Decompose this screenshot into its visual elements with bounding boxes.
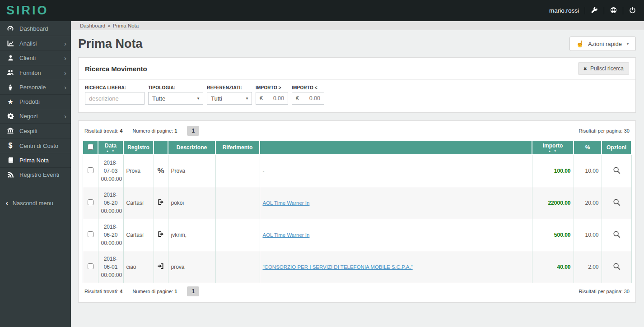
cell-controparte: - (263, 168, 265, 174)
search-icon (613, 201, 621, 207)
rss-icon (6, 171, 15, 178)
cell-percent: 10.00 (574, 219, 602, 251)
users-icon (6, 69, 15, 76)
sidebar-item-centri-di-costo[interactable]: $ Centri di Costo (0, 138, 71, 153)
sidebar-item-prodotti[interactable]: ★ Prodotti (0, 95, 71, 109)
search-icon (613, 233, 621, 239)
clear-search-label: Pulisci ricerca (590, 65, 624, 72)
importo-min-value: 0.00 (273, 95, 284, 101)
dollar-icon: $ (6, 142, 15, 149)
row-detail-button[interactable] (612, 262, 621, 272)
sidebar-item-label: Prima Nota (19, 157, 49, 164)
sort-icons[interactable]: ▲ ▼ (100, 149, 121, 152)
sign-in-icon (157, 263, 164, 272)
cell-descrizione: jvknm, (168, 219, 215, 251)
cell-registro: Cartasì (123, 187, 154, 219)
sign-out-icon (157, 231, 164, 239)
breadcrumb-separator: » (107, 23, 110, 28)
found-label: Risultati trovati: (84, 289, 118, 294)
row-checkbox[interactable] (88, 167, 93, 173)
row-detail-button[interactable] (612, 198, 621, 208)
sign-out-icon (157, 199, 164, 207)
chevron-left-icon: ‹ (6, 199, 8, 207)
chevron-down-icon: ▼ (196, 97, 200, 101)
cell-riferimento (215, 219, 260, 251)
row-checkbox[interactable] (88, 263, 93, 269)
hand-pointer-icon: ☝ (576, 40, 583, 47)
settings-button[interactable] (591, 7, 598, 15)
importo-max-value: 0.00 (309, 95, 320, 101)
importo-min-input[interactable]: € 0.00 (256, 92, 288, 105)
row-checkbox[interactable] (88, 199, 93, 205)
sidebar-item-label: Personale (19, 84, 46, 91)
tipologia-select[interactable]: Tutte ▼ (148, 92, 203, 105)
found-value: 4 (120, 289, 122, 294)
sidebar-item-negozi[interactable]: Negozi › (0, 109, 71, 124)
sidebar-item-personale[interactable]: Personale › (0, 80, 71, 95)
sidebar-item-analisi[interactable]: Analisi › (0, 36, 71, 51)
wrench-icon (591, 7, 598, 15)
page-1-button[interactable]: 1 (187, 286, 199, 296)
counterparty-link[interactable]: AOL Time Warner In (263, 232, 310, 238)
chevron-right-icon: › (64, 40, 66, 47)
sidebar-item-clienti[interactable]: Clienti › (0, 51, 71, 65)
row-checkbox[interactable] (88, 231, 93, 237)
tipologia-selected-value: Tutte (152, 95, 165, 102)
pages-label: Numero di pagine: (132, 289, 173, 294)
cell-data: 2018-06-20 00:00:00 (98, 219, 123, 251)
per-page-label: Risultati per pagina: (579, 289, 622, 294)
per-page-value: 30 (624, 289, 630, 294)
cell-registro: Cartasì (123, 219, 154, 251)
referenziati-select[interactable]: Tutti ▼ (207, 92, 252, 105)
clear-search-button[interactable]: ✖ Pulisci ricerca (578, 62, 629, 75)
cell-percent: 20.00 (574, 187, 602, 219)
select-all-checkbox[interactable] (88, 144, 93, 150)
header-tipo (154, 140, 168, 155)
sidebar-item-prima-nota[interactable]: Prima Nota (0, 153, 71, 168)
importo-max-input[interactable]: € 0.00 (292, 92, 324, 105)
counterparty-link[interactable]: AOL Time Warner In (263, 200, 310, 206)
header-data[interactable]: Data▲ ▼ (98, 140, 123, 155)
username: mario.rossi (549, 7, 579, 14)
divider (604, 7, 604, 14)
logout-button[interactable] (629, 7, 636, 15)
star-icon: ★ (6, 98, 15, 105)
breadcrumb-current: Prima Nota (113, 23, 139, 28)
cell-data: 2018-06-01 00:00:00 (98, 251, 123, 283)
sidebar-item-cespiti[interactable]: Cespiti (0, 124, 71, 138)
table-row: 2018-07-03 00:00:00 Prova % Prova - 100.… (83, 155, 631, 187)
cell-registro: ciao (123, 251, 154, 283)
row-detail-button[interactable] (612, 230, 621, 240)
breadcrumb-dashboard[interactable]: Dashboard (80, 23, 105, 28)
sidebar-item-fornitori[interactable]: Fornitori › (0, 65, 71, 80)
page-1-button[interactable]: 1 (187, 126, 199, 136)
chevron-right-icon: › (64, 84, 66, 91)
sidebar-item-dashboard[interactable]: Dashboard (0, 21, 71, 36)
language-button[interactable] (610, 7, 617, 15)
euro-prefix: € (296, 95, 299, 101)
quick-actions-button[interactable]: ☝ Azioni rapide ▼ (569, 37, 636, 51)
cell-riferimento (215, 155, 260, 187)
ricerca-libera-input[interactable] (85, 92, 145, 105)
collapse-menu-button[interactable]: ‹ Nascondi menu (0, 196, 71, 210)
sidebar-item-label: Negozi (19, 113, 37, 120)
line-chart-icon (6, 40, 15, 47)
top-bar: SIRIO mario.rossi (0, 0, 644, 21)
sidebar-item-label: Analisi (19, 40, 37, 47)
row-detail-button[interactable] (612, 166, 621, 176)
counterparty-link[interactable]: "CONSORZIO PER I SERVIZI DI TELEFONIA MO… (263, 264, 413, 270)
results-bar-top: Risultati trovati: 4 Numero di pagine: 1… (82, 126, 632, 136)
referenziati-selected-value: Tutti (211, 95, 222, 102)
divider (585, 7, 585, 14)
sidebar-item-registro-eventi[interactable]: Registro Eventi (0, 168, 71, 182)
quick-actions-label: Azioni rapide (588, 41, 622, 47)
bank-icon (6, 127, 15, 134)
importo-max-label: IMPORTO < (292, 85, 324, 90)
header-controparte (260, 140, 532, 155)
field-referenziati: REFERENZIATI: Tutti ▼ (207, 85, 252, 105)
header-importo[interactable]: Importo▲ ▼ (532, 140, 574, 155)
book-icon (6, 157, 15, 164)
sort-icons[interactable]: ▲ ▼ (534, 149, 571, 152)
importo-min-label: IMPORTO > (256, 85, 288, 90)
table-row: 2018-06-20 00:00:00 Cartasì jvknm, AOL T… (83, 219, 631, 251)
